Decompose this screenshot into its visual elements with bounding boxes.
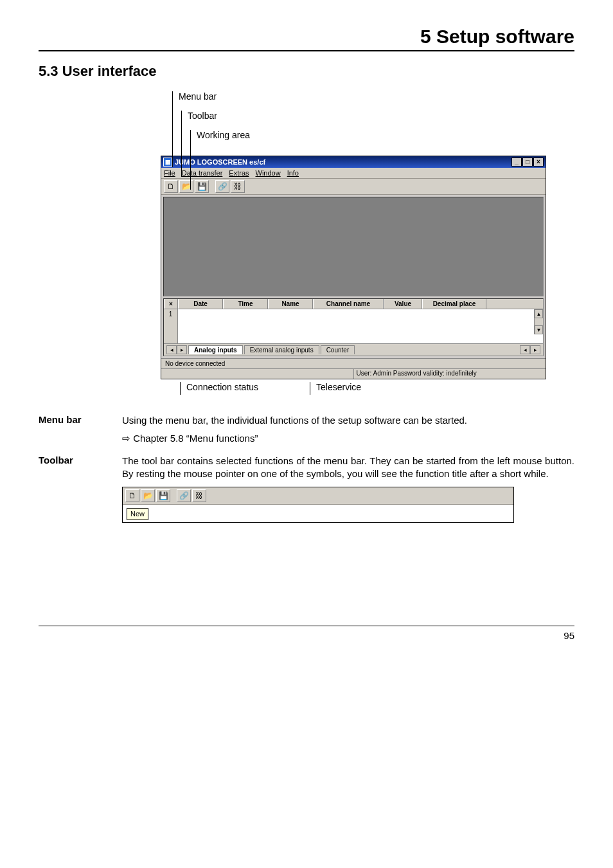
connection-status-text: No device connected: [161, 358, 546, 368]
toolbar-new-button[interactable]: 🗋: [164, 180, 178, 193]
footer-right: User: Admin Password validity: indefinit…: [354, 369, 546, 379]
app-icon: ▦: [163, 158, 172, 167]
toolbar-save-button[interactable]: 💾: [195, 180, 209, 193]
para-label-toolbar: Toolbar: [39, 455, 122, 523]
maximize-button[interactable]: □: [522, 158, 533, 167]
menu-file[interactable]: File: [164, 169, 175, 177]
label-toolbar-callout: Toolbar: [188, 111, 217, 121]
app-window: ▦ JUMO LOGOSCREEN es/cf _ □ × File Data …: [161, 156, 546, 379]
tab-analog-inputs[interactable]: Analog inputs: [188, 345, 243, 354]
mini-save-button[interactable]: 💾: [156, 489, 170, 502]
toolbar-connect-button[interactable]: 🔗: [215, 180, 229, 193]
label-workarea: Working area: [197, 130, 250, 140]
menu-info[interactable]: Info: [287, 169, 299, 177]
menu-extras[interactable]: Extras: [229, 169, 249, 177]
mini-disconnect-button[interactable]: ⛓: [192, 489, 206, 502]
tab-external-analog[interactable]: External analog inputs: [244, 345, 319, 354]
toolbar-disconnect-button[interactable]: ⛓: [231, 180, 245, 193]
mini-connect-button[interactable]: 🔗: [177, 489, 191, 502]
page-number: 95: [39, 626, 574, 641]
scroll-down-icon[interactable]: ▼: [535, 325, 543, 334]
close-button[interactable]: ×: [533, 158, 544, 167]
close-grid-icon[interactable]: ×: [164, 299, 178, 309]
label-connection-status: Connection status: [186, 382, 258, 392]
working-area: [163, 197, 544, 296]
mini-open-button[interactable]: 📂: [141, 489, 155, 502]
scroll-up-icon[interactable]: ▲: [535, 309, 543, 318]
minimize-button[interactable]: _: [511, 158, 522, 167]
tab-nav-left[interactable]: ◂: [166, 345, 177, 354]
menu-window[interactable]: Window: [256, 169, 281, 177]
menubar-reference: ⇨ Chapter 5.8 “Menu functions”: [122, 432, 574, 445]
grid-row-index: 1: [164, 309, 178, 343]
window-title: JUMO LOGOSCREEN es/cf: [175, 158, 265, 166]
col-time: Time: [223, 299, 268, 309]
vertical-scrollbar[interactable]: ▲ ▼: [534, 309, 543, 334]
titlebar: ▦ JUMO LOGOSCREEN es/cf _ □ ×: [161, 156, 546, 168]
para-label-menubar: Menu bar: [39, 414, 122, 446]
mini-new-button[interactable]: 🗋: [125, 489, 139, 502]
menu-bar: File Data transfer Extras Window Info: [161, 168, 546, 179]
section-heading: 5.3 User interface: [39, 63, 574, 80]
tooltip-example: 🗋 📂 💾 🔗 ⛓ New: [122, 487, 514, 523]
menu-data-transfer[interactable]: Data transfer: [182, 169, 223, 177]
col-date: Date: [178, 299, 223, 309]
ui-diagram: Menu bar Toolbar Working area ▦ JUMO LOG…: [161, 91, 546, 395]
chapter-heading: 5 Setup software: [39, 26, 574, 48]
col-name: Name: [268, 299, 313, 309]
label-menubar: Menu bar: [179, 91, 217, 102]
para-text-menubar: Using the menu bar, the individual funct…: [122, 414, 574, 427]
toolbar: 🗋 📂 💾 🔗 ⛓: [161, 179, 546, 195]
col-value: Value: [384, 299, 422, 309]
footer-left: [161, 369, 354, 379]
tab-scroll-left[interactable]: ◂: [520, 345, 530, 354]
tab-nav-right[interactable]: ▸: [177, 345, 187, 354]
tooltip-text: New: [127, 508, 148, 520]
tab-counter[interactable]: Counter: [321, 345, 355, 354]
divider: [39, 50, 574, 51]
col-channel: Channel name: [313, 299, 384, 309]
data-grid: × Date Time Name Channel name Value Deci…: [163, 298, 544, 356]
para-text-toolbar: The tool bar contains selected functions…: [122, 455, 574, 481]
label-teleservice: Teleservice: [316, 382, 361, 392]
tab-scroll-right[interactable]: ▸: [530, 345, 540, 354]
col-decimal: Decimal place: [422, 299, 486, 309]
toolbar-open-button[interactable]: 📂: [179, 180, 193, 193]
